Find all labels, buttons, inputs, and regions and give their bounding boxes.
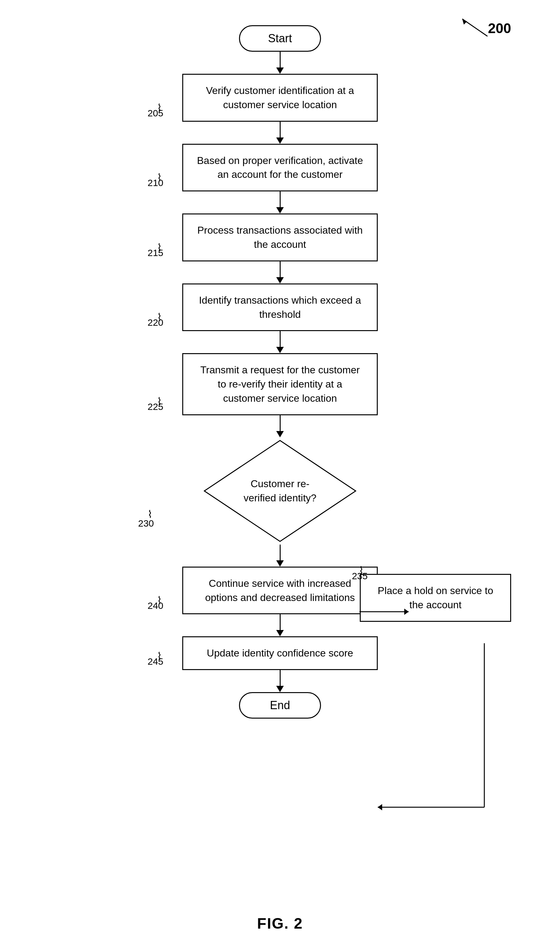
step-245-row: ⌇ 245 Update identity confidence score <box>182 636 378 670</box>
label-225: 225 <box>148 402 163 412</box>
step-215-row: ⌇ 215 Process transactions associated wi… <box>182 214 378 262</box>
label-230: 230 <box>138 518 154 529</box>
label-240: 240 <box>148 600 163 611</box>
label-220: 220 <box>148 317 163 328</box>
label-210: 210 <box>148 177 163 188</box>
step-220-box: Identify transactions which exceed a thr… <box>182 283 378 331</box>
svg-marker-7 <box>378 804 382 810</box>
arrow-220-to-225 <box>276 331 284 353</box>
step-225-box: Transmit a request for the customer to r… <box>182 353 378 415</box>
step-210-row: ⌇ 210 Based on proper verification, acti… <box>182 144 378 192</box>
arrow-start-to-205 <box>276 52 284 74</box>
figure-label: FIG. 2 <box>257 915 303 932</box>
arrow-210-to-215 <box>276 191 284 214</box>
svg-marker-1 <box>462 19 467 25</box>
step-205-row: ⌇ 205 Verify customer identification at … <box>182 74 378 122</box>
step-235-box: Place a hold on service to the account <box>360 574 511 622</box>
arrow-240-to-245 <box>276 614 284 636</box>
end-label: End <box>239 692 321 719</box>
arrow-200-icon <box>456 16 494 38</box>
step-225-row: ⌇ 225 Transmit a request for the custome… <box>182 353 378 415</box>
label-205: 205 <box>148 108 163 118</box>
step-230-text: Customer re-verified identity? <box>239 477 321 505</box>
arrow-205-to-210 <box>276 122 284 144</box>
step-220-row: ⌇ 220 Identify transactions which exceed… <box>182 283 378 331</box>
step-240-box: Continue service with increased options … <box>182 566 378 614</box>
arrow-230-to-240 <box>276 545 284 566</box>
step-240-row: ⌇ 240 Continue service with increased op… <box>182 566 378 614</box>
step-230-row: ⌇ 230 Customer re-verified identity? <box>182 437 378 545</box>
step-230-diamond: Customer re-verified identity? <box>201 437 359 545</box>
flow-column: Start ⌇ 205 Verify customer identificati… <box>170 25 390 756</box>
start-node: Start <box>239 25 321 52</box>
step-245-box: Update identity confidence score <box>182 636 378 670</box>
label-245: 245 <box>148 656 163 667</box>
end-node: End <box>239 692 321 719</box>
step-210-box: Based on proper verification, activate a… <box>182 144 378 192</box>
label-235: 235 <box>352 571 368 582</box>
label-215: 215 <box>148 248 163 258</box>
flowchart-diagram: 200 Start ⌇ 205 Verify customer identifi… <box>0 0 560 951</box>
arrow-225-to-230 <box>276 415 284 437</box>
arrow-215-to-220 <box>276 262 284 283</box>
step-205-box: Verify customer identification at a cust… <box>182 74 378 122</box>
start-label: Start <box>239 25 321 52</box>
arrow-245-to-end <box>276 670 284 692</box>
step-215-box: Process transactions associated with the… <box>182 214 378 262</box>
